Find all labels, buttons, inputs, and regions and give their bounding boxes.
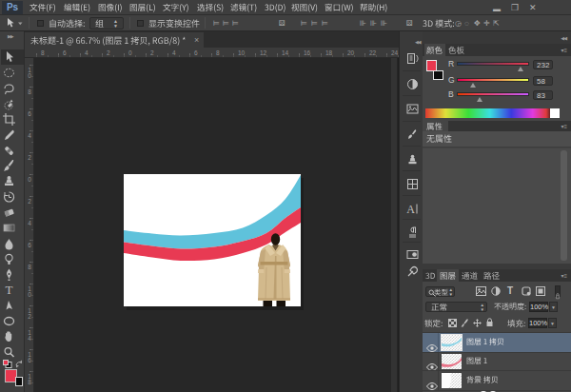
svg-text:A: A [406,203,415,215]
svg-text:T: T [6,284,13,296]
